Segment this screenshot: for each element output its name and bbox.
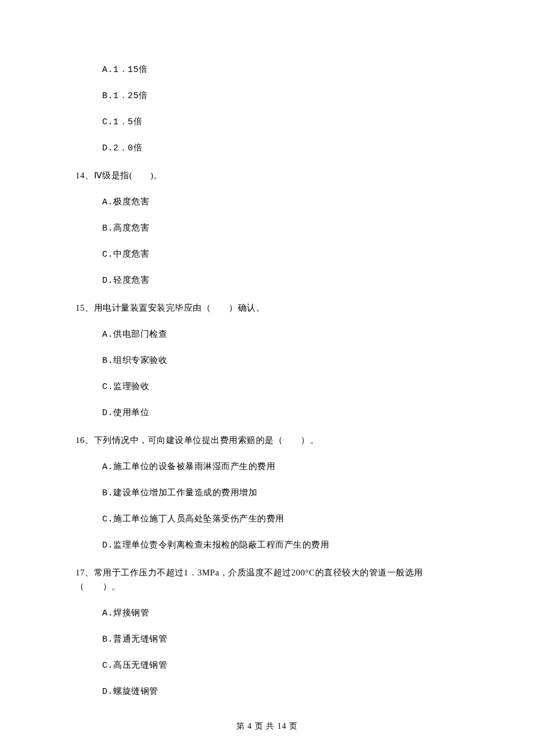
q13-option-c: C.1．5倍 bbox=[102, 116, 464, 128]
q14-option-a: A.极度危害 bbox=[102, 196, 464, 208]
q14-option-c: C.中度危害 bbox=[102, 249, 464, 261]
q16-option-b: B.建设单位增加工作量造成的费用增加 bbox=[102, 487, 464, 499]
q15-option-a: A.供电部门检查 bbox=[102, 329, 464, 341]
q15-stem: 15、用电计量装置安装完毕应由（ ）确认。 bbox=[75, 301, 464, 315]
q14-option-d: D.轻度危害 bbox=[102, 275, 464, 287]
q14-option-b: B.高度危害 bbox=[102, 222, 464, 235]
q16-option-a: A.施工单位的设备被暴雨淋湿而产生的费用 bbox=[102, 461, 464, 473]
document-page: A.1．15倍 B.1．25倍 C.1．5倍 D.2．0倍 14、Ⅳ级是指( )… bbox=[0, 0, 534, 756]
q14-stem: 14、Ⅳ级是指( )。 bbox=[75, 168, 464, 182]
q17-option-c: C.高压无缝钢管 bbox=[102, 660, 464, 672]
q15-option-b: B.组织专家验收 bbox=[102, 355, 464, 367]
q17-option-d: D.螺旋缝钢管 bbox=[102, 686, 464, 698]
q17-option-b: B.普通无缝钢管 bbox=[102, 633, 464, 646]
q17-option-a: A.焊接钢管 bbox=[102, 607, 464, 620]
q15-option-c: C.监理验收 bbox=[102, 381, 464, 393]
q13-option-b: B.1．25倍 bbox=[102, 90, 464, 102]
q16-stem: 16、下列情况中，可向建设单位提出费用索赔的是（ ）。 bbox=[75, 433, 464, 447]
q13-option-d: D.2．0倍 bbox=[102, 142, 464, 154]
page-footer: 第 4 页 共 14 页 bbox=[0, 721, 534, 732]
q13-option-a: A.1．15倍 bbox=[102, 64, 464, 76]
q17-stem: 17、常用于工作压力不超过1．3MPa，介质温度不超过200°C的直径较大的管道… bbox=[75, 566, 464, 593]
q15-option-d: D.使用单位 bbox=[102, 407, 464, 419]
q16-option-d: D.监理单位责令剥离检查未报检的隐蔽工程而产生的费用 bbox=[102, 539, 464, 552]
q16-option-c: C.施工单位施丁人员高处坠落受伤产生的费用 bbox=[102, 513, 464, 525]
